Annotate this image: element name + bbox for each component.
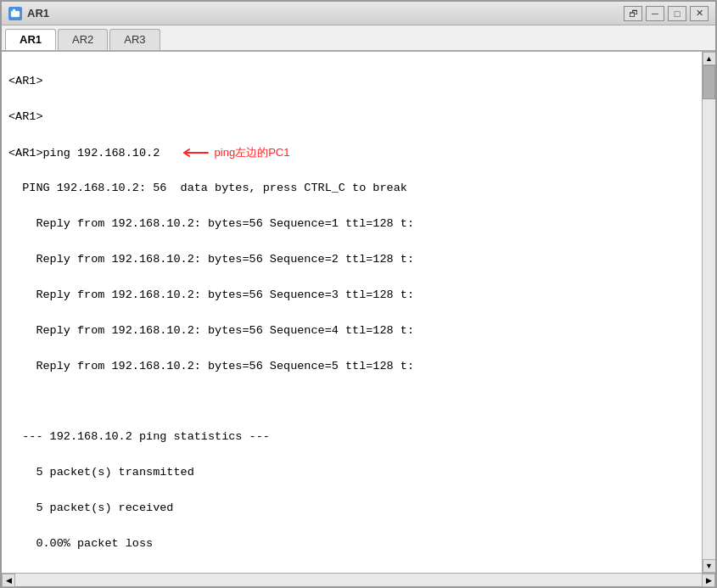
line-ping1: <AR1>ping 192.168.10.2 ping左边的PC1 <box>8 144 695 163</box>
content-area: <AR1> <AR1> <AR1>ping 192.168.10.2 ping左… <box>2 51 715 573</box>
line-reply1-4: Reply from 192.168.10.2: bytes=56 Sequen… <box>8 322 695 340</box>
line-ping1-header: PING 192.168.10.2: 56 data bytes, press … <box>8 180 695 198</box>
close-btn[interactable]: ✕ <box>690 6 709 21</box>
scroll-up-btn[interactable]: ▲ <box>703 52 716 65</box>
horizontal-scrollbar[interactable]: ◀ ▶ <box>2 573 715 586</box>
tab-ar3[interactable]: AR3 <box>109 29 160 50</box>
main-window: AR1 🗗 ─ □ ✕ AR1 AR2 AR3 <AR1> <AR1> <AR1… <box>0 0 717 588</box>
line-blank1 <box>8 394 695 412</box>
line-stats-2: 5 packet(s) received <box>8 500 695 518</box>
window-title: AR1 <box>27 7 624 20</box>
scroll-left-btn[interactable]: ◀ <box>2 574 15 587</box>
terminal-output[interactable]: <AR1> <AR1> <AR1>ping 192.168.10.2 ping左… <box>2 52 702 573</box>
line-reply1-5: Reply from 192.168.10.2: bytes=56 Sequen… <box>8 358 695 376</box>
vertical-scrollbar[interactable]: ▲ ▼ <box>702 52 715 573</box>
tab-ar2[interactable]: AR2 <box>58 29 108 50</box>
annotation-pc1: ping左边的PC1 <box>181 146 290 159</box>
line-stats-1: 5 packet(s) transmitted <box>8 464 695 482</box>
line-1: <AR1> <box>8 73 695 91</box>
minimize-btn[interactable]: ─ <box>646 6 664 21</box>
title-bar: AR1 🗗 ─ □ ✕ <box>2 2 715 25</box>
scroll-thumb[interactable] <box>703 65 715 99</box>
line-reply1-2: Reply from 192.168.10.2: bytes=56 Sequen… <box>8 251 695 269</box>
tab-ar1[interactable]: AR1 <box>5 29 56 50</box>
line-reply1-1: Reply from 192.168.10.2: bytes=56 Sequen… <box>8 216 695 233</box>
scroll-track[interactable] <box>703 65 715 559</box>
restore-btn[interactable]: 🗗 <box>624 6 642 21</box>
svg-rect-1 <box>13 9 15 12</box>
h-scroll-track[interactable] <box>15 574 702 586</box>
window-controls: 🗗 ─ □ ✕ <box>624 6 709 21</box>
maximize-btn[interactable]: □ <box>668 6 686 21</box>
line-stats-3: 0.00% packet loss <box>8 535 695 553</box>
line-stats-header: --- 192.168.10.2 ping statistics --- <box>8 428 695 446</box>
scroll-down-btn[interactable]: ▼ <box>703 559 716 573</box>
tab-bar: AR1 AR2 AR3 <box>2 25 715 51</box>
app-icon <box>8 7 22 20</box>
line-2: <AR1> <box>8 109 695 126</box>
line-reply1-3: Reply from 192.168.10.2: bytes=56 Sequen… <box>8 287 695 305</box>
scroll-right-btn[interactable]: ▶ <box>702 574 715 587</box>
